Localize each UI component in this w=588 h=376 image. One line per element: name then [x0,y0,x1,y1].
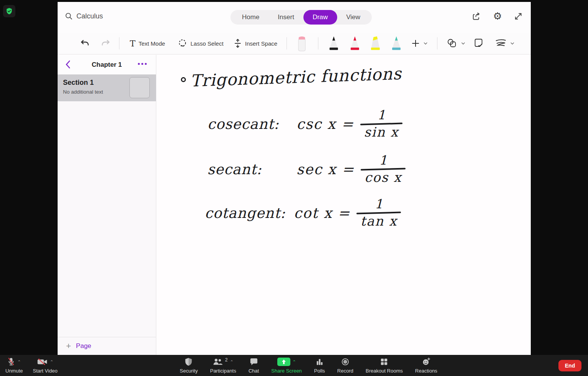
text-mode-icon: T [130,39,136,48]
insert-space-button[interactable]: Insert Space [234,33,277,54]
shield-check-icon [5,7,13,15]
shapes-button[interactable] [446,33,465,54]
fraction-numerator: 1 [377,109,385,122]
polls-button[interactable]: Polls [314,357,325,374]
record-circle-icon [341,358,349,366]
tab-draw[interactable]: Draw [303,10,337,25]
fullscreen-expand-icon[interactable] [513,12,523,21]
pen-teal[interactable] [390,33,403,54]
fraction-denominator: sin x [360,125,402,139]
note-pen-icon [473,38,484,49]
more-options-icon[interactable] [138,63,147,65]
undo-button[interactable] [80,33,90,54]
sidebar-header: Chapter 1 [58,55,156,74]
chat-bubble-icon [250,358,258,366]
tab-home[interactable]: Home [233,10,268,25]
eraser-icon [296,35,308,52]
ink-label: cosecant: [207,116,296,132]
redo-button[interactable] [101,33,111,54]
security-shield-icon [185,358,192,366]
add-page-button[interactable]: + Page [58,337,156,355]
ribbon-tabs: Home Insert Draw View [230,10,372,25]
notebook-search[interactable]: Calculus [65,12,103,20]
share-screen-label: Share Screen [271,368,302,374]
start-video-label: Start Video [33,368,58,374]
ink-line-cotangent: cotangent: cot x = 1 tan x [205,198,401,229]
pages-sidebar: Chapter 1 Section 1 No additional text +… [58,55,156,355]
toolbar-divider [119,37,119,49]
reactions-button[interactable]: Reactions [415,357,437,374]
tab-insert[interactable]: Insert [268,10,303,25]
content-area: Chapter 1 Section 1 No additional text +… [58,55,531,355]
participants-button[interactable]: 2 ⌃ Participants [210,357,236,374]
ink-title: Trigonometric functions [190,64,402,90]
start-video-button[interactable]: ⌃ Start Video [33,357,58,374]
participants-chevron[interactable]: ⌃ [230,360,234,364]
ink-line-cosecant: cosecant: csc x = 1 sin x [207,109,402,140]
breakout-grid-icon [380,358,388,366]
breakout-rooms-button[interactable]: Breakout Rooms [366,357,403,374]
record-button[interactable]: Record [337,357,353,374]
insert-space-label: Insert Space [245,40,277,47]
ink-fraction: 1 tan x [356,198,401,229]
security-label: Security [180,368,198,374]
fraction-denominator: cos x [361,170,406,185]
ink-equation-lhs: csc x = [296,116,354,132]
polls-label: Polls [314,368,325,374]
tab-view[interactable]: View [337,10,370,25]
plus-icon [411,39,420,48]
page-list-item[interactable]: Section 1 No additional text [58,74,156,101]
ink-fraction: 1 cos x [361,154,406,185]
chevron-down-icon [461,41,465,46]
app-header: Calculus Home Insert Draw View ⚙ [58,2,531,33]
audio-options-chevron[interactable]: ⌃ [17,360,21,364]
toolbar-divider [287,37,287,49]
share-screen-icon [277,358,290,366]
eraser-tool[interactable] [296,33,308,54]
meeting-center-controls: Security 2 ⌃ Participants Chat [180,357,437,374]
yellow-highlighter-icon [369,36,382,51]
mic-muted-icon [7,357,15,366]
squiggle-icon [495,38,507,48]
unmute-label: Unmute [5,368,23,374]
share-icon[interactable] [472,11,482,21]
page-thumbnail [129,77,150,98]
app-header-actions: ⚙ [472,11,523,21]
ink-note-button[interactable] [473,33,484,54]
camera-off-icon [37,358,48,366]
toolbar-divider [437,37,437,49]
teal-pen-icon [390,36,403,51]
lasso-select-button[interactable]: Lasso Select [177,33,224,54]
chat-button[interactable]: Chat [248,357,259,374]
shared-screen: Calculus Home Insert Draw View ⚙ [58,2,531,355]
pen-red[interactable] [348,33,361,54]
search-icon [65,12,73,20]
lasso-label: Lasso Select [190,40,224,47]
settings-gear-icon[interactable]: ⚙ [493,11,502,21]
end-meeting-button[interactable]: End [558,360,581,371]
add-page-label: Page [76,342,91,350]
ink-fraction: 1 sin x [360,109,402,140]
ink-equation-lhs: cot x = [294,205,350,221]
text-mode-button[interactable]: T Text Mode [130,33,165,54]
record-label: Record [337,368,353,374]
video-options-chevron[interactable]: ⌃ [50,360,53,364]
unmute-button[interactable]: ⌃ Unmute [5,357,23,374]
text-mode-label: Text Mode [139,40,165,47]
draw-toolbar: T Text Mode Lasso Select Insert Space [58,33,531,54]
fraction-numerator: 1 [375,198,383,211]
ink-equation-lhs: sec x = [296,161,354,178]
security-button[interactable]: Security [180,357,198,374]
meeting-control-bar: ⌃ Unmute ⌃ Start Video [0,355,588,376]
ink-label: secant: [207,161,296,178]
reactions-label: Reactions [415,368,437,374]
pen-highlighter[interactable] [369,33,382,54]
meeting-security-badge[interactable] [3,5,15,17]
add-pen-button[interactable] [411,33,428,54]
reactions-smiley-icon [422,358,431,366]
share-options-chevron[interactable]: ⌃ [293,360,296,364]
note-canvas[interactable]: Trigonometric functions cosecant: csc x … [156,55,531,355]
pen-black[interactable] [327,33,340,54]
ink-replay-button[interactable] [495,33,515,54]
share-screen-button[interactable]: ⌃ Share Screen [271,357,302,374]
